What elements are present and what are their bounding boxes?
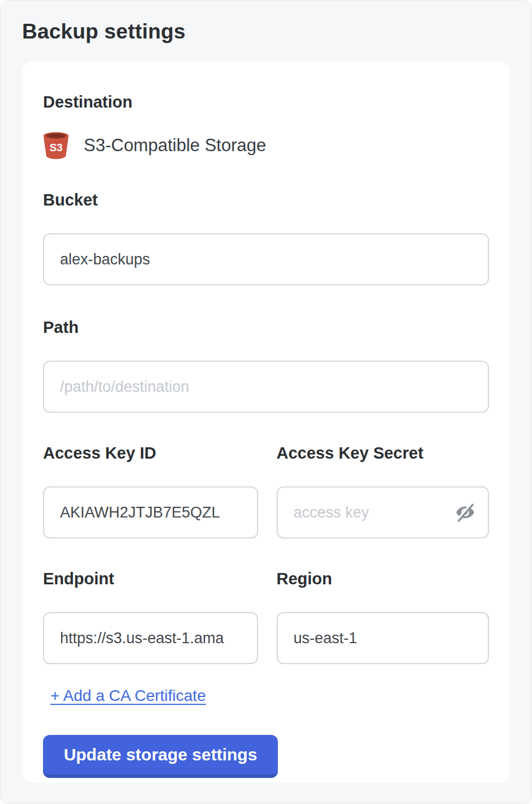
destination-label: Destination	[43, 93, 489, 112]
svg-text:S3: S3	[49, 142, 62, 153]
bucket-input[interactable]	[43, 233, 489, 285]
region-input[interactable]	[277, 612, 490, 664]
toggle-secret-visibility-button[interactable]	[454, 501, 477, 524]
page-title: Backup settings	[22, 20, 510, 44]
access-key-id-field-group: Access Key ID	[43, 444, 258, 538]
bucket-field-group: Bucket	[43, 191, 489, 285]
endpoint-input[interactable]	[43, 612, 258, 664]
eye-slash-icon	[454, 502, 476, 523]
access-key-secret-field-group: Access Key Secret	[277, 444, 490, 538]
destination-value: S3-Compatible Storage	[84, 135, 266, 156]
region-field-group: Region	[277, 570, 490, 664]
endpoint-label: Endpoint	[43, 570, 258, 588]
access-key-id-label: Access Key ID	[43, 444, 258, 463]
storage-settings-card: Destination S3 S3-Compatible Storage Buc…	[22, 61, 510, 782]
bucket-label: Bucket	[43, 191, 489, 209]
destination-row: S3 S3-Compatible Storage	[43, 132, 489, 159]
endpoint-field-group: Endpoint	[43, 570, 258, 664]
access-keys-row: Access Key ID Access Key Secret	[43, 444, 489, 538]
region-label: Region	[277, 570, 490, 588]
endpoint-region-row: Endpoint Region	[43, 570, 489, 664]
access-key-id-input[interactable]	[43, 486, 258, 538]
path-input[interactable]	[43, 361, 489, 413]
path-field-group: Path	[43, 318, 489, 413]
backup-settings-page: Backup settings Destination S3 S3-Compat…	[0, 0, 532, 804]
update-storage-settings-button[interactable]: Update storage settings	[43, 735, 278, 778]
path-label: Path	[43, 318, 489, 337]
add-ca-certificate-link[interactable]: + Add a CA Certificate	[50, 687, 206, 705]
access-key-secret-label: Access Key Secret	[277, 444, 490, 463]
s3-bucket-icon: S3	[43, 132, 69, 159]
